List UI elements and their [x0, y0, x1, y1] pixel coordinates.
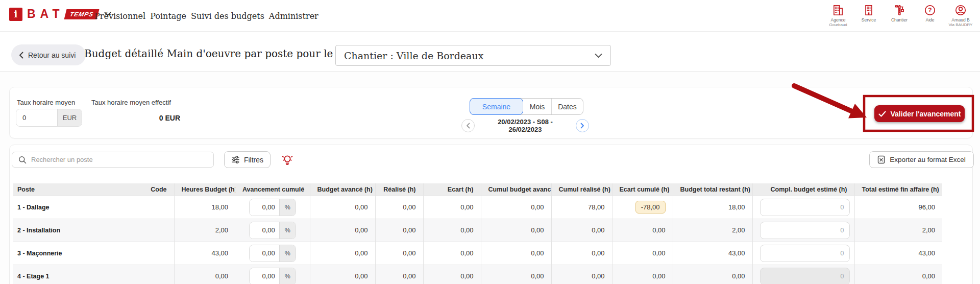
budget-avance-cell: 0,00 [310, 219, 375, 242]
total-fin-affaire-cell: 2,00 [854, 219, 942, 242]
column-header-budget-avance: Budget avancé (h) [310, 183, 375, 196]
column-header-ecart: Ecart (h) [423, 183, 481, 196]
quick-item-agence[interactable]: Agence Gourbaud [824, 4, 852, 28]
date-navigation: 20/02/2023 - S08 - 26/02/2023 [461, 118, 589, 133]
tab-dates[interactable]: Dates [551, 99, 583, 114]
percent-suffix: % [279, 199, 296, 216]
column-header-compl-budget-estime: Compl. budget estimé (h) [752, 183, 854, 196]
nav-item-pointage[interactable]: Pointage [150, 11, 186, 21]
filters-button[interactable]: Filtres [224, 151, 271, 168]
quick-label: Aide [925, 18, 934, 23]
taux-horaire-input-group: EUR [16, 109, 82, 127]
taux-horaire-input[interactable] [16, 109, 57, 126]
quick-item-chantier[interactable]: Chantier [885, 4, 914, 28]
compl-budget-cell [752, 219, 854, 242]
chevron-left-icon [466, 123, 470, 129]
avancement-input[interactable] [250, 245, 279, 262]
chevron-right-icon [580, 123, 584, 129]
chevron-left-icon [19, 52, 23, 59]
code-cell [128, 265, 174, 284]
total-fin-affaire-cell: 43,00 [854, 242, 942, 265]
compl-budget-input[interactable] [760, 245, 850, 262]
taux-horaire-label: Taux horaire moyen [17, 99, 75, 106]
heures-budget-cell: 18,00 [174, 196, 235, 219]
excel-file-icon [877, 155, 885, 164]
avancement-input[interactable] [250, 222, 279, 239]
tab-mois[interactable]: Mois [523, 99, 551, 114]
compl-budget-input[interactable] [760, 199, 850, 216]
column-header-cumul-realise: Cumul réalisé (h) [551, 183, 612, 196]
table-row-etage-1: 4 - Etage 1 0,00 % 0,00 0,00 0,00 0,00 0… [13, 265, 942, 284]
budget-total-restant-cell: 43,00 [673, 242, 752, 265]
export-excel-button[interactable]: Exporter au format Excel [869, 151, 974, 168]
ecart-cell: 0,00 [423, 265, 481, 284]
quick-label-2: Via BAUDRY [949, 23, 973, 28]
quick-label: Chantier [891, 18, 908, 23]
avancement-input[interactable] [250, 199, 279, 216]
budget-total-restant-cell: 2,00 [673, 219, 752, 242]
table-header-row: Poste Code Heures Budget (h) Avancement … [13, 183, 942, 196]
cumul-budget-avance-cell: 0,00 [481, 242, 551, 265]
column-header-realise: Réalisé (h) [375, 183, 423, 196]
poste-cell: 2 - Installation [13, 219, 128, 242]
nav-item-previsionnel[interactable]: Prévisionnel [94, 11, 145, 21]
ecart-cell: 0,00 [423, 219, 481, 242]
tab-semaine[interactable]: Semaine [470, 98, 523, 115]
cumul-realise-cell: 0,00 [551, 265, 612, 284]
logo-i-mark: i [9, 8, 22, 21]
quick-label: Service [862, 18, 876, 23]
quick-item-user[interactable]: Arnaud B Via BAUDRY [946, 4, 975, 28]
filter-sliders-icon [231, 155, 240, 164]
search-box [12, 152, 214, 168]
budget-table: Poste Code Heures Budget (h) Avancement … [13, 183, 942, 284]
poste-cell: 4 - Etage 1 [13, 265, 128, 284]
avancement-input-group: % [249, 199, 296, 216]
cumul-realise-cell: 0,00 [551, 219, 612, 242]
validate-progress-button[interactable]: Valider l'avancement [874, 105, 965, 122]
back-to-tracking-button[interactable]: Retour au suivi [11, 44, 86, 65]
column-header-code: Code [128, 183, 174, 196]
avancement-input-group: % [249, 245, 296, 262]
ecart-cell: 0,00 [423, 242, 481, 265]
period-panel: Taux horaire moyen EUR Taux horaire moye… [9, 87, 973, 138]
avancement-input-group: % [249, 268, 296, 284]
hint-lightbulb-icon[interactable] [281, 153, 293, 166]
percent-suffix: % [279, 268, 296, 284]
budget-table-panel: Filtres Exporter au format Excel [9, 145, 973, 284]
poste-cell: 1 - Dallage [13, 196, 128, 219]
avancement-cell: % [235, 219, 310, 242]
app-root: i BAT TEMPS Prévisionnel Pointage Suivi … [0, 0, 980, 284]
budget-avance-cell: 0,00 [310, 265, 375, 284]
negative-ecart-badge: -78,00 [635, 201, 666, 214]
quick-item-aide[interactable]: ? Aide [916, 4, 944, 28]
top-navbar: i BAT TEMPS Prévisionnel Pointage Suivi … [0, 0, 980, 32]
poste-cell: 3 - Maçonnerie [13, 242, 128, 265]
heures-budget-cell: 0,00 [174, 265, 235, 284]
user-icon [954, 4, 967, 17]
previous-week-button[interactable] [461, 119, 475, 132]
nav-item-administrer[interactable]: Administrer [269, 11, 318, 21]
realise-cell: 0,00 [375, 196, 423, 219]
next-week-button[interactable] [576, 119, 589, 132]
search-input[interactable] [31, 156, 213, 163]
avancement-input[interactable] [250, 268, 279, 284]
compl-budget-cell [752, 242, 854, 265]
help-icon: ? [923, 4, 937, 17]
nav-item-suivi-des-budgets[interactable]: Suivi des budgets [191, 11, 264, 21]
budget-avance-cell: 0,00 [310, 242, 375, 265]
column-header-total-estime-fin-affaire: Total estimé fin affaire (h) [854, 183, 942, 196]
compl-budget-input[interactable] [760, 268, 850, 284]
realise-cell: 0,00 [375, 242, 423, 265]
table-row-dallage: 1 - Dallage 18,00 % 0,00 0,00 0,00 0,00 … [13, 196, 942, 219]
table-row-maconnerie: 3 - Maçonnerie 43,00 % 0,00 0,00 0,00 0,… [13, 242, 942, 265]
code-cell [128, 219, 174, 242]
chantier-select-value: Chantier : Ville de Bordeaux [344, 50, 483, 61]
ecart-cumule-cell: 0,00 [612, 265, 673, 284]
compl-budget-input[interactable] [760, 222, 850, 239]
chantier-select[interactable]: Chantier : Ville de Bordeaux [335, 45, 611, 66]
cumul-realise-cell: 78,00 [551, 196, 612, 219]
cumul-budget-avance-cell: 0,00 [481, 219, 551, 242]
budget-total-restant-cell: 18,00 [673, 196, 752, 219]
quick-item-service[interactable]: Service [854, 4, 883, 28]
code-cell [128, 196, 174, 219]
